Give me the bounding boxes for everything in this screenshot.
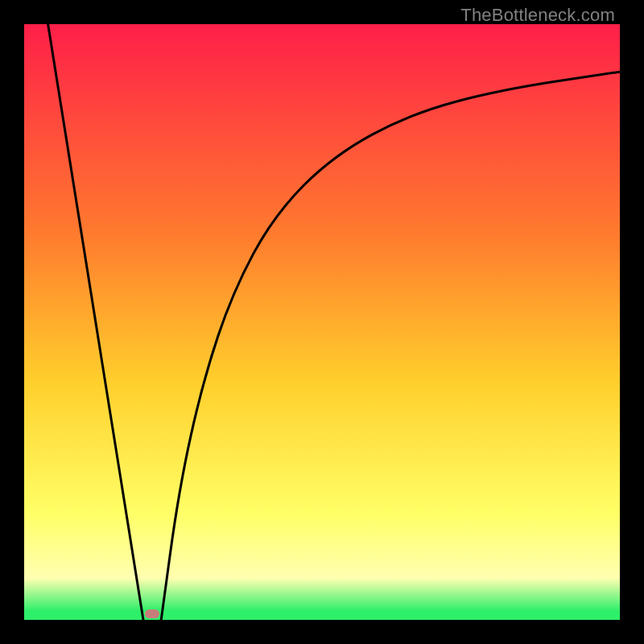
watermark-label: TheBottleneck.com xyxy=(460,5,615,26)
chart-frame: TheBottleneck.com xyxy=(0,0,644,644)
min-marker xyxy=(145,609,159,618)
plot-area xyxy=(24,24,620,620)
bottleneck-curve xyxy=(24,24,620,620)
